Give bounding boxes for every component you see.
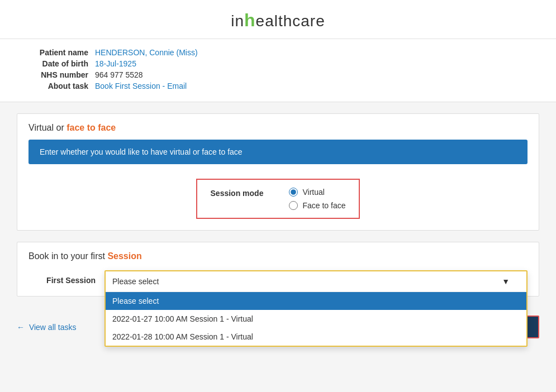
radio-face-to-face-input[interactable] bbox=[289, 201, 298, 210]
virtual-title-part1: Virtual or bbox=[28, 123, 66, 132]
session-mode-box: Session mode Virtual Face to face bbox=[196, 179, 360, 219]
session-mode-label: Session mode bbox=[211, 188, 264, 198]
session-mode-container: Session mode Virtual Face to face bbox=[17, 173, 539, 230]
patient-name-label: Patient name bbox=[22, 48, 95, 57]
dropdown-arrow-icon: ▼ bbox=[502, 277, 510, 286]
patient-task-value: Book First Session - Email bbox=[95, 82, 187, 90]
first-session-label: First Session bbox=[28, 270, 96, 285]
logo-dot: h bbox=[244, 10, 256, 30]
view-all-tasks[interactable]: ← View all tasks bbox=[17, 323, 76, 332]
patient-nhs-value: 964 977 5528 bbox=[95, 70, 143, 79]
patient-name-value: HENDERSON, Connie (Miss) bbox=[95, 48, 198, 57]
virtual-section-title: Virtual or face to face bbox=[17, 114, 539, 133]
patient-nhs-row: NHS number 964 977 5528 bbox=[22, 70, 534, 79]
virtual-banner: Enter whether you would like to have vir… bbox=[28, 140, 528, 164]
patient-dob-row: Date of birth 18-Jul-1925 bbox=[22, 59, 534, 68]
radio-virtual-input[interactable] bbox=[289, 188, 298, 197]
view-all-tasks-link[interactable]: ← View all tasks bbox=[17, 323, 76, 332]
dropdown-select-shown: Please select ▼ bbox=[106, 271, 526, 292]
patient-name-row: Patient name HENDERSON, Connie (Miss) bbox=[22, 48, 534, 57]
view-all-tasks-label: View all tasks bbox=[29, 323, 77, 332]
radio-face-to-face-option[interactable]: Face to face bbox=[289, 201, 345, 210]
virtual-title-highlight: face to face bbox=[66, 123, 116, 132]
dropdown-option-2022-01-28[interactable]: 2022-01-28 10:00 AM Session 1 - Virtual bbox=[106, 328, 526, 346]
radio-virtual-option[interactable]: Virtual bbox=[289, 188, 345, 197]
dropdown-current-value: Please select bbox=[112, 277, 159, 286]
patient-task-row: About task Book First Session - Email bbox=[22, 82, 534, 90]
book-title-part1: Book in to your first bbox=[28, 251, 107, 261]
dropdown-option-2022-01-27[interactable]: 2022-01-27 10:00 AM Session 1 - Virtual bbox=[106, 310, 526, 328]
book-section: Book in to your first Session First Sess… bbox=[17, 242, 539, 297]
radio-virtual-label: Virtual bbox=[302, 188, 324, 197]
arrow-left-icon: ← bbox=[17, 323, 25, 332]
radio-face-to-face-label: Face to face bbox=[302, 201, 345, 210]
book-title-highlight: Session bbox=[107, 251, 141, 261]
patient-dob-label: Date of birth bbox=[22, 59, 95, 68]
header: inhealthcare bbox=[0, 0, 556, 39]
patient-info: Patient name HENDERSON, Connie (Miss) Da… bbox=[0, 39, 556, 102]
patient-nhs-label: NHS number bbox=[22, 70, 95, 79]
logo-text-in: in bbox=[231, 12, 244, 30]
first-session-row: First Session Please select ▼ Please sel… bbox=[17, 261, 539, 296]
logo-text-ealthcare: ealthcare bbox=[256, 12, 325, 30]
radio-options: Virtual Face to face bbox=[289, 188, 345, 210]
dropdown-option-please-select[interactable]: Please select bbox=[106, 292, 526, 310]
patient-task-label: About task bbox=[22, 82, 95, 90]
logo: inhealthcare bbox=[0, 10, 556, 31]
virtual-section: Virtual or face to face Enter whether yo… bbox=[17, 113, 539, 231]
page-wrapper: inhealthcare Patient name HENDERSON, Con… bbox=[0, 0, 556, 392]
patient-dob-value: 18-Jul-1925 bbox=[95, 59, 136, 68]
dropdown-open-box[interactable]: Please select ▼ Please select 2022-01-27… bbox=[104, 270, 528, 347]
book-section-title: Book in to your first Session bbox=[17, 242, 539, 261]
